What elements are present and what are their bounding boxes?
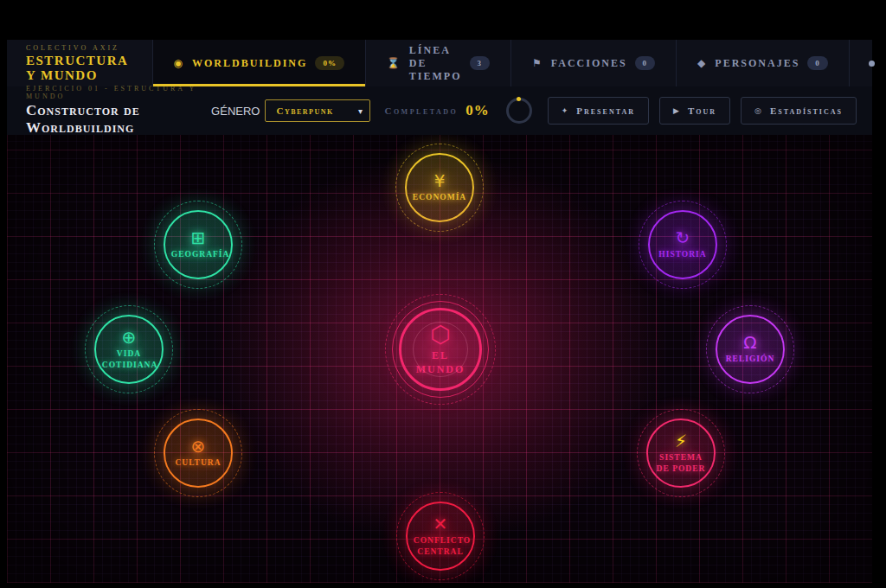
diamond-icon: ◆ — [697, 57, 707, 69]
node-economia[interactable]: ¥ECONOMÍA — [405, 153, 474, 222]
node-circle: ⊗CULTURA — [164, 419, 233, 488]
node-label: GEOGRAFÍA — [171, 249, 225, 260]
geografia-icon: ⊞ — [191, 229, 206, 246]
node-label: HISTORIA — [658, 249, 706, 260]
tab-bar: ◉ WORLDBUILDING 0% ⌛ LÍNEA DE TIEMPO 3 ⚑… — [152, 40, 849, 86]
node-geografia[interactable]: ⊞GEOGRAFÍA — [164, 210, 233, 279]
node-label: EL MUNDO — [408, 348, 472, 376]
node-historia[interactable]: ↻HISTORIA — [648, 210, 717, 279]
completed-group: Completado 0% — [384, 98, 531, 124]
flag-icon: ⚑ — [532, 57, 543, 69]
cultura-icon: ⊗ — [191, 438, 206, 455]
node-sistema-de-poder[interactable]: ⚡SISTEMA DE PODER — [646, 419, 716, 488]
node-religion[interactable]: ΩRELIGIÓN — [716, 315, 785, 384]
topbar-right: … — [849, 40, 886, 86]
tab-badge: 0 — [635, 56, 656, 70]
page-title: Constructor de Worldbuilding — [26, 102, 211, 137]
present-button-label: Presentar — [576, 105, 635, 116]
economia-icon: ¥ — [434, 172, 446, 189]
historia-icon: ↻ — [676, 229, 690, 246]
brand-block: COLECTIVO AXIZ ESTRUCTURA Y MUNDO — [7, 40, 152, 86]
progress-ring — [506, 98, 532, 124]
node-el-mundo[interactable]: ⬡EL MUNDO — [399, 308, 482, 391]
tab-characters[interactable]: ◆ PERSONAJES 0 — [676, 40, 849, 86]
brand-eyebrow: COLECTIVO AXIZ — [26, 44, 128, 52]
hourglass-icon: ⌛ — [387, 57, 401, 69]
genre-selected-value: Cyberpunk — [276, 105, 333, 116]
node-conflicto-central[interactable]: ✕CONFLICTO CENTRAL — [406, 502, 475, 571]
node-canvas: ¥ECONOMÍA⊞GEOGRAFÍA↻HISTORIA⊕VIDA COTIDI… — [7, 135, 872, 583]
brand-title: ESTRUCTURA Y MUNDO — [26, 54, 128, 83]
tour-button-label: Tour — [688, 105, 716, 116]
tab-badge: 3 — [470, 56, 491, 70]
node-label: RELIGIÓN — [726, 354, 775, 365]
completed-label: Completado — [384, 105, 458, 116]
present-button[interactable]: ✦ Presentar — [548, 97, 649, 125]
node-circle: ΩRELIGIÓN — [716, 315, 785, 384]
sparkle-icon: ✦ — [562, 106, 570, 115]
exercise-eyebrow: EJERCICIO 01 - ESTRUCTURA Y MUNDO — [26, 85, 211, 100]
top-nav-bar: COLECTIVO AXIZ ESTRUCTURA Y MUNDO ◉ WORL… — [7, 40, 872, 86]
node-label: CONFLICTO CENTRAL — [414, 535, 467, 558]
tab-badge: 0% — [315, 56, 344, 70]
node-circle: ⬡EL MUNDO — [399, 308, 482, 391]
node-circle: ¥ECONOMÍA — [405, 153, 474, 222]
status-dot — [869, 61, 875, 67]
node-circle: ↻HISTORIA — [648, 210, 717, 279]
node-vida-cotidiana[interactable]: ⊕VIDA COTIDIANA — [94, 315, 164, 384]
completed-value: 0% — [465, 102, 490, 119]
sistema-de-poder-icon: ⚡ — [675, 432, 687, 450]
tab-label: PERSONAJES — [715, 57, 799, 70]
node-circle: ✕CONFLICTO CENTRAL — [406, 502, 475, 571]
tour-button[interactable]: ▶ Tour — [659, 97, 730, 125]
tab-label: LÍNEA DE TIEMPO — [409, 44, 462, 83]
religion-icon: Ω — [743, 334, 756, 351]
node-circle: ⚡SISTEMA DE PODER — [646, 419, 716, 488]
conflicto-central-icon: ✕ — [433, 515, 448, 533]
coin-icon: ◉ — [174, 57, 184, 69]
stats-button[interactable]: ◎ Estadísticas — [741, 97, 857, 125]
toolbar: EJERCICIO 01 - ESTRUCTURA Y MUNDO Constr… — [7, 86, 872, 135]
el-mundo-icon: ⬡ — [430, 323, 451, 346]
page-title-block: EJERCICIO 01 - ESTRUCTURA Y MUNDO Constr… — [26, 85, 211, 137]
app-window: COLECTIVO AXIZ ESTRUCTURA Y MUNDO ◉ WORL… — [7, 40, 872, 583]
vida-cotidiana-icon: ⊕ — [122, 329, 137, 346]
tab-factions[interactable]: ⚑ FACCIONES 0 — [510, 40, 676, 86]
tab-badge: 0 — [807, 56, 828, 70]
node-label: CULTURA — [175, 457, 221, 469]
node-cultura[interactable]: ⊗CULTURA — [164, 419, 233, 488]
node-label: SISTEMA DE PODER — [654, 452, 708, 475]
tab-worldbuilding[interactable]: ◉ WORLDBUILDING 0% — [152, 40, 365, 86]
genre-select[interactable]: Cyberpunk ▾ — [265, 99, 370, 122]
node-label: ECONOMÍA — [413, 192, 466, 203]
play-icon: ▶ — [673, 106, 681, 115]
stats-button-label: Estadísticas — [770, 105, 843, 116]
tab-timeline[interactable]: ⌛ LÍNEA DE TIEMPO 3 — [365, 40, 510, 86]
genre-group: GÉNERO Cyberpunk ▾ — [211, 99, 370, 122]
toolbar-buttons: ✦ Presentar ▶ Tour ◎ Estadísticas — [548, 97, 857, 125]
node-circle: ⊕VIDA COTIDIANA — [94, 315, 164, 384]
node-label: VIDA COTIDIANA — [102, 348, 156, 371]
bullseye-icon: ◎ — [754, 106, 763, 115]
node-circle: ⊞GEOGRAFÍA — [164, 210, 233, 279]
tab-label: WORLDBUILDING — [192, 57, 307, 70]
genre-label: GÉNERO — [211, 105, 260, 118]
tab-label: FACCIONES — [551, 57, 627, 70]
chevron-down-icon: ▾ — [358, 106, 364, 116]
